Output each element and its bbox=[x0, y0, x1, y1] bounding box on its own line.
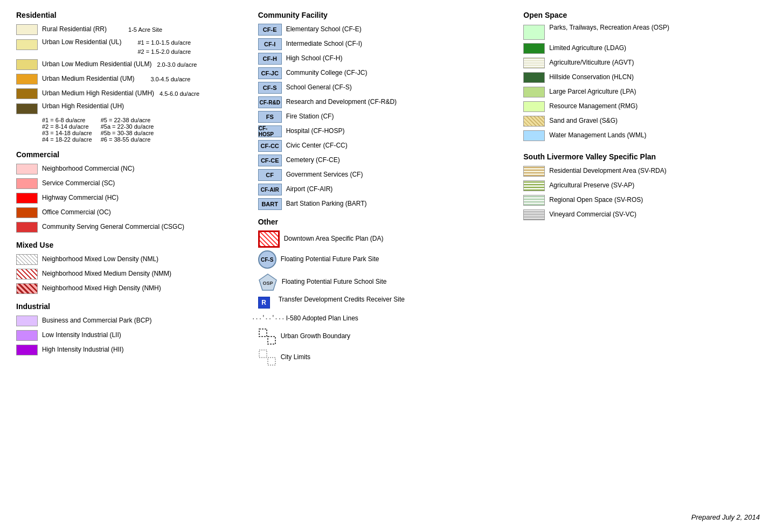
cf-hosp-badge: CF-HOSP bbox=[258, 125, 282, 137]
wml-label: Water Management Lands (WML) bbox=[549, 131, 646, 140]
list-item: Large Parcel Agriculture (LPA) bbox=[523, 86, 760, 98]
list-item: Highway Commercial (HC) bbox=[16, 192, 253, 204]
um-swatch bbox=[16, 74, 38, 85]
sv-ros-label: Regional Open Space (SV-ROS) bbox=[549, 196, 643, 205]
cf-h-badge: CF-H bbox=[258, 53, 282, 65]
open-space-title: Open Space bbox=[523, 11, 760, 19]
hlcn-swatch bbox=[523, 72, 545, 83]
slv-title: South Livermore Valley Specific Plan bbox=[523, 152, 760, 161]
nmh-swatch bbox=[16, 283, 38, 294]
list-item: CF-H High School (CF-H) bbox=[258, 53, 518, 65]
industrial-title: Industrial bbox=[16, 302, 253, 311]
list-item: High Intensity Industrial (HII) bbox=[16, 344, 253, 356]
list-item: Low Intensity Industrial (LII) bbox=[16, 330, 253, 341]
commercial-title: Commercial bbox=[16, 150, 253, 159]
prepared-note: Prepared July 2, 2014 bbox=[691, 513, 760, 521]
hlcn-label: Hillside Conservation (HLCN) bbox=[549, 73, 634, 82]
cf-s-badge: CF-S bbox=[258, 82, 282, 94]
cfs-circle-icon: CF-S bbox=[258, 250, 276, 269]
hc-swatch bbox=[16, 193, 38, 204]
list-item: Sand and Gravel (S&G) bbox=[523, 115, 760, 127]
lpa-swatch bbox=[523, 87, 545, 97]
nmm-label: Neighborhood Mixed Medium Density (NMM) bbox=[42, 270, 171, 278]
svg-rect-3 bbox=[268, 337, 275, 344]
list-item: CF-I Intermediate School (CF-I) bbox=[258, 38, 518, 50]
list-item: Water Management Lands (WML) bbox=[523, 130, 760, 142]
bcp-label: Business and Commercial Park (BCP) bbox=[42, 317, 151, 325]
sv-rda-swatch bbox=[523, 166, 545, 177]
cf-ce-badge: CF-CE bbox=[258, 155, 282, 166]
cf-s-label: School General (CF-S) bbox=[286, 83, 352, 92]
list-item: CF-CC Civic Center (CF-CC) bbox=[258, 140, 518, 152]
list-item: Urban Growth Boundary bbox=[258, 327, 518, 346]
sc-label: Service Commercial (SC) bbox=[42, 179, 115, 188]
sag-label: Sand and Gravel (S&G) bbox=[549, 117, 618, 125]
bart-badge: BART bbox=[258, 198, 282, 210]
list-item: CF-S Floating Potential Future Park Site bbox=[258, 250, 518, 269]
list-item: CF-JC Community College (CF-JC) bbox=[258, 67, 518, 79]
ul-label: Urban Low Residential (UL) bbox=[42, 38, 121, 47]
list-item: CF-E Elementary School (CF-E) bbox=[258, 24, 518, 36]
list-item: Vineyard Commercial (SV-VC) bbox=[523, 209, 760, 221]
i580-dots-icon: ···'··'··· bbox=[258, 313, 280, 324]
list-item: Resource Management (RMG) bbox=[523, 101, 760, 113]
sv-rda-label: Residential Development Area (SV-RDA) bbox=[549, 167, 666, 176]
ldag-label: Limited Agriculture (LDAG) bbox=[549, 44, 626, 53]
wml-swatch bbox=[523, 130, 545, 141]
sv-ap-swatch bbox=[523, 180, 545, 191]
cf-hosp-label: Hospital (CF-HOSP) bbox=[286, 127, 345, 136]
umh-label: Urban Medium High Residential (UMH) bbox=[42, 89, 154, 98]
rr-label: Rural Residential (RR) bbox=[42, 25, 107, 34]
list-item: ···'··'··· I-580 Adopted Plan Lines bbox=[258, 313, 518, 325]
cf-title: Community Facility bbox=[258, 11, 518, 19]
csgc-swatch bbox=[16, 222, 38, 233]
list-item: Urban Low Residential (UL) #1 = 1.0-1.5 … bbox=[16, 38, 253, 56]
lpa-label: Large Parcel Agriculture (LPA) bbox=[549, 88, 636, 96]
residential-title: Residential bbox=[16, 11, 253, 19]
oc-swatch bbox=[16, 207, 38, 218]
uh-density-notes: #1 = 6-8 du/acre #2 = 8-14 du/acre #3 = … bbox=[42, 117, 253, 143]
list-item: Urban Medium High Residential (UMH) 4.5-… bbox=[16, 88, 253, 100]
list-item: BART Bart Station Parking (BART) bbox=[258, 198, 518, 210]
list-item: CF-AIR Airport (CF-AIR) bbox=[258, 184, 518, 195]
um-label: Urban Medium Residential (UM) bbox=[42, 75, 134, 83]
ugb-label: Urban Growth Boundary bbox=[281, 332, 350, 341]
list-item: CF-CE Cemetery (CF-CE) bbox=[258, 155, 518, 166]
sv-vc-swatch bbox=[523, 209, 545, 220]
list-item: CF-S School General (CF-S) bbox=[258, 82, 518, 94]
list-item: Neighborhood Mixed Medium Density (NMM) bbox=[16, 268, 253, 280]
lii-label: Low Intensity Industrial (LII) bbox=[42, 331, 121, 340]
list-item: Service Commercial (SC) bbox=[16, 178, 253, 190]
osp-label: Parks, Trailways, Recreation Areas (OSP) bbox=[549, 24, 669, 32]
floating-school-label: Floating Potential Future School Site bbox=[282, 278, 387, 286]
list-item: Limited Agriculture (LDAG) bbox=[523, 43, 760, 54]
agvt-swatch bbox=[523, 58, 545, 68]
list-item: Rural Residential (RR) 1-5 Acre Site bbox=[16, 24, 253, 36]
cf-cc-label: Civic Center (CF-CC) bbox=[286, 142, 348, 150]
da-swatch bbox=[258, 230, 280, 248]
list-item: Urban Low Medium Residential (ULM) 2.0-3… bbox=[16, 59, 253, 71]
lii-swatch bbox=[16, 330, 38, 341]
column-right: Open Space Parks, Trailways, Recreation … bbox=[523, 11, 760, 521]
list-item: Urban Medium Residential (UM) 3.0-4.5 du… bbox=[16, 73, 253, 85]
cf-cc-badge: CF-CC bbox=[258, 140, 282, 152]
ulm-label: Urban Low Medium Residential (ULM) bbox=[42, 60, 151, 69]
bart-label: Bart Station Parking (BART) bbox=[286, 200, 367, 208]
tdc-label: Transfer Development Credits Receiver Si… bbox=[279, 296, 405, 304]
rmg-label: Resource Management (RMG) bbox=[549, 102, 638, 111]
bcp-swatch bbox=[16, 316, 38, 326]
list-item: R Transfer Development Credits Receiver … bbox=[258, 296, 518, 309]
list-item: Agricultural Preserve (SV-AP) bbox=[523, 180, 760, 192]
cf-ce-label: Cemetery (CF-CE) bbox=[286, 156, 340, 165]
uh-swatch bbox=[16, 103, 38, 114]
cf-badge: CF bbox=[258, 169, 282, 181]
sag-swatch bbox=[523, 116, 545, 127]
list-item: Residential Development Area (SV-RDA) bbox=[523, 165, 760, 177]
nc-label: Neighborhood Commercial (NC) bbox=[42, 165, 134, 173]
svg-rect-4 bbox=[259, 350, 267, 358]
list-item: Neighborhood Commercial (NC) bbox=[16, 163, 253, 175]
ul-swatch bbox=[16, 39, 38, 50]
mixeduse-title: Mixed Use bbox=[16, 241, 253, 249]
cf-rd-label: Research and Development (CF-R&D) bbox=[286, 98, 397, 107]
cf-air-label: Airport (CF-AIR) bbox=[286, 185, 333, 194]
